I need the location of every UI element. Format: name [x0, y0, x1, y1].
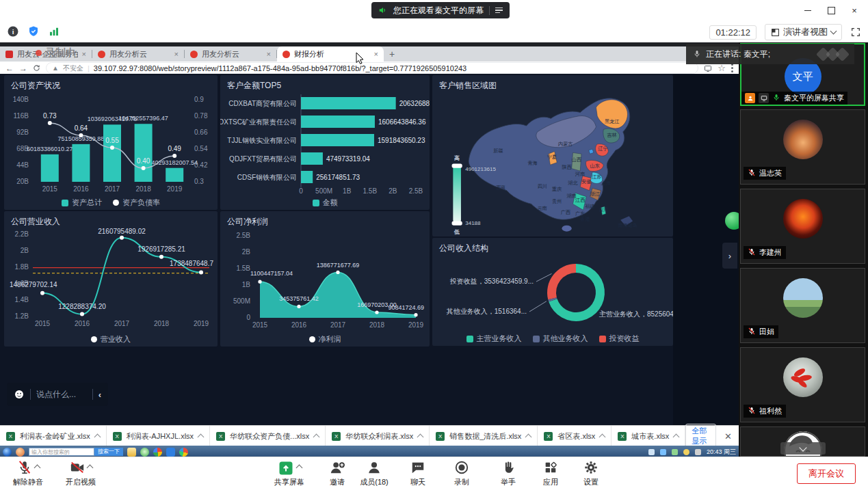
legend-item[interactable]: 投资收益 — [599, 334, 640, 344]
download-file-chip[interactable]: X华纺联众利润表.xlsx — [326, 426, 430, 446]
pinned-app-icon[interactable] — [166, 448, 175, 457]
panel-expander-button[interactable]: › — [722, 243, 737, 269]
control-mic-off[interactable]: 解除静音 — [5, 460, 51, 487]
forward-button[interactable]: → — [19, 64, 27, 73]
contacts-app-icon[interactable] — [16, 448, 25, 457]
control-share-screen[interactable]: 共享屏幕 — [267, 460, 312, 487]
taskbar-search[interactable]: 输入你想搜索的 搜索一下 — [29, 448, 123, 456]
banner-menu-icon[interactable] — [495, 6, 503, 15]
chevron-up-icon[interactable] — [94, 434, 101, 441]
url-input[interactable]: ▲ 不安全 | 39.107.92.97:8080/web/storyprevi… — [46, 62, 698, 74]
chat-icon[interactable] — [410, 460, 425, 478]
legend-item[interactable]: 资产负债率 — [113, 198, 160, 208]
control-members[interactable]: 成员(18) — [352, 460, 397, 487]
browser-tab[interactable]: 用友分析云× — [92, 46, 184, 62]
tray-icon[interactable] — [648, 449, 655, 455]
invite-icon[interactable] — [329, 460, 345, 478]
restore-button[interactable] — [826, 5, 837, 16]
members-icon[interactable] — [367, 460, 382, 478]
minimize-button[interactable] — [802, 5, 813, 16]
legend-item[interactable]: 主营业务收入 — [466, 334, 522, 344]
legend-item[interactable]: 资产总计 — [62, 198, 102, 208]
record-icon[interactable] — [454, 460, 469, 478]
legend-item[interactable]: 净利润 — [309, 334, 341, 344]
browser-menu-icon[interactable] — [731, 64, 733, 72]
download-file-chip[interactable]: X省区表.xlsx — [538, 426, 611, 446]
taskbar-search-input[interactable]: 输入你想搜索的 — [29, 448, 94, 456]
mic-off-icon[interactable] — [17, 460, 32, 478]
bookmark-star-icon[interactable]: ☆ — [718, 63, 726, 73]
download-file-chip[interactable]: X华纺联众资产负债...xlsx — [210, 426, 326, 446]
new-tab-button[interactable]: + — [384, 46, 400, 62]
pinned-app2-icon[interactable] — [179, 448, 188, 457]
chevron-up-icon[interactable] — [34, 465, 40, 472]
share-screen-icon[interactable] — [278, 460, 294, 479]
browser-tab[interactable]: 用友分析云× — [185, 46, 276, 62]
chevron-up-icon[interactable] — [673, 434, 680, 441]
chrome-icon[interactable] — [153, 448, 162, 457]
download-file-chip[interactable]: X城市表.xlsx — [611, 426, 685, 446]
browser-tab[interactable]: 财报分析× — [277, 46, 384, 62]
video-tile[interactable]: 田娟 — [740, 268, 865, 343]
chevron-up-icon[interactable] — [313, 434, 320, 441]
video-tile[interactable]: 温志英 — [740, 109, 865, 185]
meeting-info-icon[interactable]: i — [7, 25, 19, 38]
participant-name: 温志英 — [759, 168, 782, 178]
network-stats-icon[interactable] — [48, 25, 60, 38]
chevron-up-icon[interactable] — [525, 434, 532, 441]
taskbar-search-button[interactable]: 搜索一下 — [94, 448, 123, 456]
video-tile-partial[interactable] — [740, 426, 865, 457]
apps-icon[interactable] — [543, 460, 558, 478]
tab-close-icon[interactable]: × — [82, 50, 86, 58]
legend-item[interactable]: 金额 — [313, 198, 338, 208]
legend-item[interactable]: 其他业务收入 — [533, 334, 588, 344]
raise-hand-icon[interactable] — [501, 460, 516, 478]
tray-icon[interactable] — [660, 449, 666, 455]
quick-chat-bar[interactable]: 说点什么... ‹ — [7, 383, 108, 406]
control-raise-hand[interactable]: 举手 — [486, 460, 531, 487]
close-shelf-button[interactable]: ✕ — [724, 431, 732, 442]
control-chat[interactable]: 聊天 — [395, 460, 440, 487]
camera-off-icon[interactable] — [70, 460, 85, 478]
download-file-chip[interactable]: X利润表-金岭矿业.xlsx — [0, 426, 107, 446]
show-all-downloads-button[interactable]: 全部显示 — [685, 424, 716, 448]
fullscreen-button[interactable] — [850, 27, 861, 38]
chevron-up-icon[interactable] — [86, 465, 93, 472]
reload-button[interactable] — [33, 64, 40, 72]
tray-icon[interactable] — [683, 449, 689, 455]
control-record[interactable]: 录制 — [439, 460, 484, 487]
chevron-up-icon[interactable] — [417, 434, 424, 441]
control-apps[interactable]: 应用 — [528, 460, 573, 487]
view-mode-button[interactable]: 演讲者视图 — [765, 24, 842, 40]
security-warning-icon[interactable]: ▲ — [52, 64, 59, 72]
tray-icon[interactable] — [672, 449, 678, 455]
send-to-device-icon[interactable] — [704, 64, 712, 72]
explorer-icon[interactable] — [127, 448, 136, 457]
video-tile[interactable]: 祖利然 — [740, 347, 865, 422]
settings-icon[interactable] — [583, 460, 599, 478]
video-tile[interactable]: 李建州 — [740, 189, 865, 264]
chevron-up-icon[interactable] — [198, 434, 205, 441]
chat-input-placeholder[interactable]: 说点什么... — [36, 389, 87, 401]
chevron-left-icon[interactable]: ‹ — [98, 390, 101, 400]
download-file-chip[interactable]: X销售数据_清洗后.xlsx — [430, 426, 538, 446]
close-button[interactable]: × — [849, 5, 860, 16]
encryption-shield-icon[interactable] — [27, 25, 40, 38]
download-file-chip[interactable]: X利润表-AJHXJL.xlsx — [107, 426, 210, 446]
legend-item[interactable]: 营业收入 — [91, 334, 131, 344]
tab-close-icon[interactable]: × — [267, 50, 271, 58]
tab-close-icon[interactable]: × — [374, 50, 378, 58]
browser-360-icon[interactable] — [140, 448, 149, 457]
collapse-tiles-button[interactable] — [780, 442, 826, 455]
tab-close-icon[interactable]: × — [174, 50, 179, 58]
chevron-up-icon[interactable] — [599, 434, 606, 441]
start-button[interactable] — [3, 448, 12, 457]
chevron-up-icon[interactable] — [295, 465, 302, 472]
tray-icon[interactable] — [695, 449, 701, 455]
emoji-icon[interactable] — [14, 389, 25, 400]
control-camera-off[interactable]: 开启视频 — [58, 460, 103, 487]
leave-meeting-button[interactable]: 离开会议 — [797, 463, 856, 484]
svg-text:主营业务收入，85256048...: 主营业务收入，85256048... — [599, 310, 673, 318]
back-button[interactable]: ← — [5, 64, 14, 73]
control-settings[interactable]: 设置 — [568, 460, 614, 487]
